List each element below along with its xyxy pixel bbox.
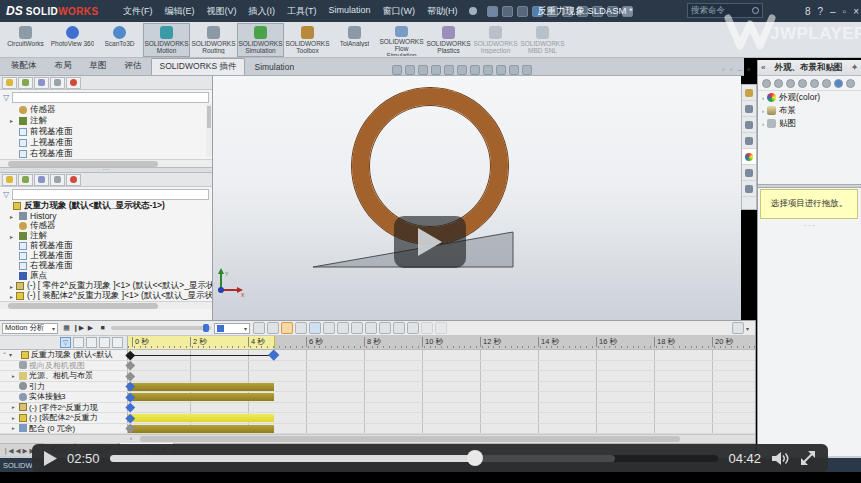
pin-menu-icon[interactable] bbox=[469, 7, 477, 15]
save-animation-icon[interactable] bbox=[253, 322, 265, 334]
timeline-cell[interactable] bbox=[128, 392, 755, 402]
forward-icon[interactable] bbox=[774, 79, 783, 88]
ribbon-button[interactable]: TolAnalyst bbox=[331, 23, 378, 57]
timeline-cell[interactable] bbox=[128, 382, 755, 392]
appearance-tree-item[interactable]: › 贴图 bbox=[758, 117, 861, 130]
dimxpertmanager-tab[interactable] bbox=[50, 77, 65, 89]
tree-item[interactable]: ▸ 上视基准面 bbox=[0, 137, 212, 148]
hide-show-items-icon[interactable] bbox=[470, 65, 480, 75]
doc-cascade-icon[interactable]: ▫ bbox=[747, 65, 750, 74]
expander-icon[interactable]: ▸ bbox=[12, 425, 17, 431]
collapse-icon[interactable]: « bbox=[761, 63, 765, 72]
configurationmanager-tab[interactable] bbox=[34, 77, 49, 89]
doc-new-window-icon[interactable]: ▫ bbox=[730, 65, 733, 74]
design-library-tab-icon[interactable] bbox=[742, 101, 756, 117]
motion-row[interactable]: ⌃▾ ▸ 光源、相机与布景 bbox=[0, 371, 755, 382]
graphics-viewport[interactable]: Y X bbox=[213, 76, 741, 320]
motion-setup-icon[interactable] bbox=[407, 322, 419, 334]
timeline-key-diamond[interactable] bbox=[126, 403, 135, 412]
contact-icon[interactable] bbox=[365, 322, 377, 334]
zoom-area-icon[interactable] bbox=[405, 65, 415, 75]
ribbon-button[interactable]: SOLIDWORKS Toolbox bbox=[284, 23, 331, 57]
motion-row[interactable]: ⌃▾ ▸ 视向及相机视图 bbox=[0, 361, 755, 372]
doc-minimize-icon[interactable]: – bbox=[738, 65, 742, 74]
filter-no-filter-icon[interactable]: ▽ bbox=[60, 337, 71, 348]
menu-item[interactable]: 视图(V) bbox=[202, 3, 242, 20]
tree-item[interactable]: ▸ 右视基准面 bbox=[0, 148, 212, 159]
expander-icon[interactable]: ▸ bbox=[10, 283, 13, 290]
command-tab[interactable]: 布局 bbox=[46, 57, 81, 75]
volume-icon[interactable] bbox=[771, 451, 790, 466]
scene-sphere-icon[interactable] bbox=[810, 79, 819, 88]
calculate-icon[interactable]: ▦ bbox=[61, 324, 72, 332]
video-play-overlay-button[interactable] bbox=[394, 216, 466, 268]
tree-item[interactable]: ▸ 传感器 bbox=[0, 104, 212, 115]
menu-item[interactable]: 帮助(H) bbox=[422, 3, 463, 20]
ribbon-button[interactable]: SOLIDWORKS Motion bbox=[143, 23, 190, 57]
tab-nav-icon[interactable]: ▶ bbox=[22, 447, 27, 455]
play-from-start-icon[interactable]: ❙▶ bbox=[73, 324, 84, 332]
expander-icon[interactable]: ▸ bbox=[12, 404, 17, 410]
filter-selected-icon[interactable] bbox=[99, 337, 110, 348]
motion-row[interactable]: ⌃▾ ▸ 配合 (0 冗余) bbox=[0, 424, 755, 435]
menu-item[interactable]: 工具(T) bbox=[282, 3, 322, 20]
tab-nav-icon[interactable]: ❘◀ bbox=[3, 447, 13, 455]
tree-item[interactable]: ▸ (-) [ 零件2^反重力现象 ]<1> (默认<<默认>_显示状态 bbox=[0, 281, 212, 291]
horizontal-scrollbar[interactable] bbox=[0, 301, 212, 309]
command-tab[interactable]: 装配体 bbox=[2, 57, 46, 75]
expander-icon[interactable]: ▸ bbox=[12, 415, 17, 421]
pin-icon[interactable]: ✦ bbox=[851, 63, 858, 72]
menu-item[interactable]: 窗口(W) bbox=[378, 3, 421, 20]
stop-icon[interactable]: ■ bbox=[97, 324, 108, 332]
appearances-tab-icon[interactable] bbox=[742, 149, 756, 165]
filter-input[interactable] bbox=[12, 92, 209, 103]
command-tab[interactable]: 草图 bbox=[81, 57, 116, 75]
gravity-icon[interactable] bbox=[379, 322, 391, 334]
timeline-cell[interactable] bbox=[128, 350, 755, 360]
view-orientation-icon[interactable] bbox=[444, 65, 454, 75]
study-type-select[interactable]: Motion 分析▾ bbox=[2, 323, 58, 334]
menu-item[interactable]: 文件(F) bbox=[118, 3, 158, 20]
motion-row[interactable]: ⌃▾ ▸ 反重力现象 (默认<默认 bbox=[0, 350, 755, 361]
timeline-scrollbar[interactable]: ‹ bbox=[0, 434, 755, 443]
command-tab[interactable]: SOLIDWORKS 插件 bbox=[151, 58, 246, 75]
edit-appearance-icon[interactable] bbox=[483, 65, 493, 75]
play-icon[interactable]: ▶ bbox=[85, 324, 96, 332]
appearance-tree-item[interactable]: › 布景 bbox=[758, 104, 861, 117]
taskpane-splitter-dots[interactable]: · · · bbox=[758, 223, 861, 228]
configurationmanager-tab[interactable] bbox=[34, 174, 49, 186]
home-tab-icon[interactable] bbox=[742, 85, 756, 101]
expander-icon[interactable]: ▸ bbox=[10, 233, 16, 240]
timeline-cell[interactable] bbox=[128, 361, 755, 371]
ribbon-button[interactable]: SOLIDWORKS Flow Simulation bbox=[378, 23, 425, 57]
filter-input[interactable] bbox=[12, 189, 209, 200]
custom-properties-tab-icon[interactable] bbox=[742, 165, 756, 181]
forum-tab-icon[interactable] bbox=[742, 181, 756, 197]
filter-driving-icon[interactable] bbox=[86, 337, 97, 348]
expander-icon[interactable]: ▸ bbox=[10, 293, 13, 300]
playback-mode-select[interactable]: ▾ bbox=[214, 323, 250, 334]
timeline-cell[interactable] bbox=[128, 403, 755, 413]
ribbon-button[interactable]: SOLIDWORKS MBD SNL bbox=[519, 23, 566, 57]
user-icon[interactable]: 8 bbox=[805, 6, 811, 17]
tree-item[interactable]: ▸ History bbox=[0, 211, 212, 221]
play-button[interactable] bbox=[44, 451, 57, 466]
filter-icon[interactable]: ▽ bbox=[3, 190, 9, 199]
command-tab[interactable]: 评估 bbox=[116, 57, 151, 75]
results-icon[interactable] bbox=[393, 322, 405, 334]
file-explorer-tab-icon[interactable] bbox=[742, 117, 756, 133]
motion-row[interactable]: ⌃▾ ▸ 引力 bbox=[0, 382, 755, 393]
timeline-end-key-diamond[interactable] bbox=[268, 349, 279, 360]
motion-row[interactable]: ⌃▾ ▸ (-) [装配体2^反重力 bbox=[0, 413, 755, 424]
motion-row[interactable]: ⌃▾ ▸ (-) [零件2^反重力现 bbox=[0, 403, 755, 414]
previous-view-icon[interactable] bbox=[418, 65, 428, 75]
motion-row[interactable]: ⌃▾ ▸ 实体接触3 bbox=[0, 392, 755, 403]
expander-icon[interactable]: ▸ bbox=[10, 213, 16, 220]
featuremanager-tab[interactable] bbox=[2, 77, 17, 89]
tree-item[interactable]: ▸ 原点 bbox=[0, 271, 212, 281]
menu-item[interactable]: 插入(I) bbox=[244, 3, 281, 20]
motionmanager-display-toggle[interactable]: ▾ bbox=[732, 322, 749, 334]
menu-item[interactable]: 编辑(E) bbox=[160, 3, 200, 20]
back-icon[interactable] bbox=[762, 79, 771, 88]
filter-animated-icon[interactable] bbox=[73, 337, 84, 348]
